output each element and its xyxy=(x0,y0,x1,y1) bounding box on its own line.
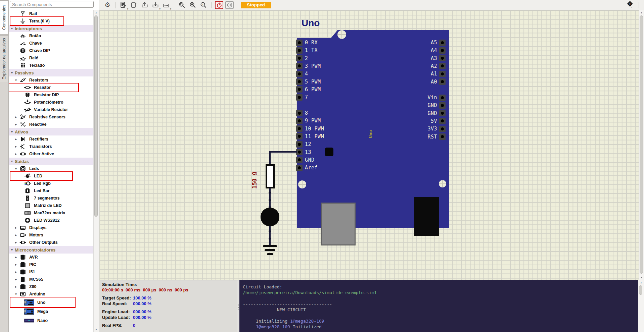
pin-l-3-pwm-3[interactable]: 3 PWM xyxy=(296,63,321,69)
wire-resistor-to-led[interactable] xyxy=(269,188,271,209)
tree-item-terra-0-v[interactable]: Terra (0 V) xyxy=(8,17,94,25)
pin-pad[interactable] xyxy=(439,110,446,116)
pin-pad[interactable] xyxy=(439,78,446,85)
tree-section-ativos[interactable]: ▾Ativos xyxy=(8,128,94,135)
pin-pad[interactable] xyxy=(439,40,446,46)
pin-pad[interactable] xyxy=(296,125,303,132)
chevron-down-icon[interactable]: ▾ xyxy=(10,27,14,30)
pin-pad[interactable] xyxy=(439,118,446,124)
scroll-down-icon[interactable]: ▼ xyxy=(639,275,644,280)
open-circuit-button[interactable] xyxy=(140,1,149,9)
pin-l-12-4[interactable]: 12 xyxy=(296,141,311,148)
pin-r-3v3-4[interactable]: 3V3 xyxy=(417,125,446,132)
pin-r-a0-5[interactable]: A0 xyxy=(417,78,446,85)
scroll-up-icon[interactable]: ▲ xyxy=(639,10,644,15)
wire-to-resistor[interactable] xyxy=(269,151,271,165)
tree-item-chave-dip[interactable]: Chave DIP xyxy=(8,47,94,54)
tree-item-pic[interactable]: ▸PIC xyxy=(8,261,94,268)
tree-item-rectifiers[interactable]: ▸Rectifiers xyxy=(8,135,94,143)
pin-pad[interactable] xyxy=(296,157,303,163)
pin-l-8-0[interactable]: 8 xyxy=(296,110,308,116)
tree-item-motors[interactable]: ▸Motors xyxy=(8,231,94,239)
pin-pad[interactable] xyxy=(296,165,303,171)
chevron-right-icon[interactable]: ▸ xyxy=(14,152,18,156)
chevron-right-icon[interactable]: ▸ xyxy=(14,241,18,244)
tree-item-nano[interactable]: Nano xyxy=(8,316,94,325)
tree-item-resistors[interactable]: ▾Resistors xyxy=(8,76,94,84)
tree-scrollbar[interactable]: ▲ ▼ xyxy=(93,10,99,332)
chevron-down-icon[interactable]: ▾ xyxy=(14,167,18,170)
settings-gear-button[interactable]: ⚙ xyxy=(103,1,112,9)
tree-section-sa-das[interactable]: ▾Saídas xyxy=(8,158,94,165)
scroll-down-icon[interactable]: ▼ xyxy=(94,327,99,332)
pin-pad[interactable] xyxy=(439,133,446,140)
pause-button-button[interactable] xyxy=(225,1,234,9)
chevron-down-icon[interactable]: ▾ xyxy=(14,78,18,82)
chevron-right-icon[interactable]: ▸ xyxy=(14,256,18,259)
pin-pad[interactable] xyxy=(439,71,446,77)
tree-section-passivos[interactable]: ▾Passivos xyxy=(8,69,94,76)
search-input[interactable] xyxy=(10,1,94,8)
pin-l-2-2[interactable]: 2 xyxy=(296,55,308,62)
resistor-component[interactable] xyxy=(266,164,275,188)
tree-item-avr[interactable]: ▸AVR xyxy=(8,254,94,261)
tree-item-displays[interactable]: ▸Displays xyxy=(8,224,94,231)
pin-r-gnd-1[interactable]: GND xyxy=(417,102,446,109)
ground-component[interactable] xyxy=(263,245,277,247)
pin-pad[interactable] xyxy=(296,141,303,148)
tree-item-led-ws2812[interactable]: LED WS2812 xyxy=(8,217,94,224)
pin-pad[interactable] xyxy=(296,149,303,155)
chevron-right-icon[interactable]: ▸ xyxy=(14,115,18,119)
pin-l-7-7[interactable]: 7 xyxy=(296,94,308,101)
scroll-up-icon[interactable]: ▲ xyxy=(94,10,99,15)
chevron-right-icon[interactable]: ▸ xyxy=(14,145,18,148)
pin-pad[interactable] xyxy=(296,40,303,46)
tree-item-resistor[interactable]: Resistor xyxy=(8,84,94,91)
zoom-one-button[interactable]: 1 xyxy=(199,1,208,9)
pin-l-aref-7[interactable]: Aref xyxy=(296,164,318,171)
tree-item-matriz-de-led[interactable]: Matriz de LED xyxy=(8,202,94,209)
pin-pad[interactable] xyxy=(296,133,303,140)
pin-l-5-pwm-5[interactable]: 5 PWM xyxy=(296,78,321,85)
pin-pad[interactable] xyxy=(439,95,446,101)
scroll-up-icon[interactable]: ▲ xyxy=(638,280,644,285)
tree-item-other-outputs[interactable]: ▸Other Outputs xyxy=(8,239,94,246)
scrollbar-thumb[interactable] xyxy=(94,15,98,217)
export-circuit-button[interactable]: ▾ xyxy=(119,1,128,9)
info-button[interactable]: i xyxy=(626,1,634,9)
pin-pad[interactable] xyxy=(439,102,446,109)
led-component[interactable] xyxy=(261,208,279,226)
zoom-fit-button[interactable] xyxy=(178,1,186,9)
pin-l-11-pwm-3[interactable]: 11 PWM xyxy=(296,133,324,140)
tree-item-max72xx-matrix[interactable]: Max72xx matrix xyxy=(8,209,94,217)
chevron-right-icon[interactable]: ▸ xyxy=(14,226,18,229)
wire-pin13[interactable] xyxy=(270,151,297,153)
scrollbar-thumb[interactable] xyxy=(640,15,643,274)
tree-item-arduino[interactable]: ▾Arduino xyxy=(8,290,94,298)
pin-l-10-pwm-2[interactable]: 10 PWM xyxy=(296,125,324,132)
sidebar-tab-componentes[interactable]: Componentes xyxy=(0,0,8,35)
pin-l-13-5[interactable]: 13 xyxy=(296,149,311,156)
pin-r-a3-2[interactable]: A3 xyxy=(417,55,446,62)
chevron-right-icon[interactable]: ▸ xyxy=(14,137,18,141)
pin-pad[interactable] xyxy=(296,86,303,93)
pin-l-gnd-6[interactable]: GND xyxy=(296,157,315,163)
pin-r-rst-5[interactable]: RST xyxy=(417,133,446,140)
save-circuit-button[interactable]: ▾ xyxy=(151,1,160,9)
chevron-right-icon[interactable]: ▸ xyxy=(14,285,18,288)
tree-item-z80[interactable]: ▸Z80 xyxy=(8,283,94,290)
tree-item-teclado[interactable]: Teclado xyxy=(8,62,94,69)
tree-item-rail[interactable]: Rail xyxy=(8,10,94,17)
pin-pad[interactable] xyxy=(439,47,446,54)
pin-r-a5-0[interactable]: A5 xyxy=(417,39,446,46)
chevron-right-icon[interactable]: ▸ xyxy=(14,270,18,274)
chevron-down-icon[interactable]: ▾ xyxy=(10,130,14,133)
tree-item-uno[interactable]: Uno xyxy=(8,298,94,307)
tree-item-leds[interactable]: ▾Leds xyxy=(8,165,94,172)
tree-item-resistor-dip[interactable]: Resistor DIP xyxy=(8,91,94,99)
canvas-scrollbar[interactable]: ▲ ▼ xyxy=(639,10,644,280)
pin-r-a4-1[interactable]: A4 xyxy=(417,47,446,54)
scrollbar-thumb[interactable] xyxy=(639,285,642,295)
pin-l-4-4[interactable]: 4 xyxy=(296,70,308,77)
pin-r-vin-0[interactable]: Vin xyxy=(417,94,446,101)
